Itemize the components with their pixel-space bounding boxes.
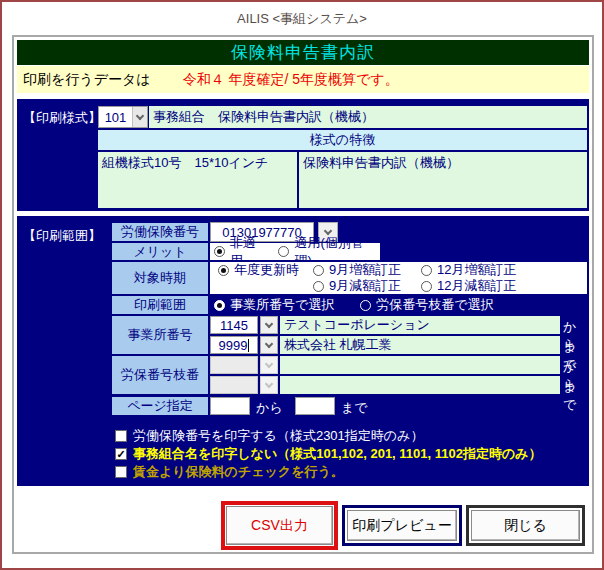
radio-icon[interactable]	[218, 265, 229, 276]
checkbox-hide-association-name[interactable]: ✓ 事務組合名を印字しない（様式101,102, 201, 1101, 1102…	[115, 445, 542, 463]
branch-to-dropdown-button	[260, 376, 278, 394]
radio-icon[interactable]	[313, 281, 324, 292]
print-style-section: 【印刷様式】 101 事務組合 保険料申告書内訳（機械） 様式の特徴 組機様式1…	[17, 99, 589, 211]
branch-from-field	[280, 356, 560, 374]
dialog: 保険料申告書内訳 印刷を行うデータは 令和４ 年度確定/ 5年度概算です。 【印…	[12, 35, 594, 554]
office-to-combobox[interactable]: 9999	[210, 336, 258, 354]
radio-icon[interactable]	[313, 265, 324, 276]
notice-highlight: 令和４ 年度確定/ 5年度概算です。	[183, 71, 399, 89]
page-to-suffix: まで	[341, 399, 368, 417]
print-range-section: 【印刷範囲】 労働保険番号 01301977770 メリット 非適用 適用(個別…	[17, 216, 589, 486]
checkbox-wage-premium-check[interactable]: 賃金より保険料のチェックを行う。	[115, 463, 344, 481]
office-from-name-field: テストコーポレーション	[280, 316, 560, 334]
period-option-nendo[interactable]: 年度更新時	[218, 261, 313, 279]
branch-from-combobox	[210, 356, 258, 374]
page-from-suffix: から	[256, 399, 283, 417]
range-mode-label: 印刷範囲	[112, 296, 208, 314]
radio-icon[interactable]	[214, 300, 225, 311]
target-period-options: 年度更新時 9月増額訂正 12月増額訂正 9月減額訂正 12月減額訂正	[210, 262, 587, 294]
print-range-section-label: 【印刷範囲】	[23, 227, 101, 245]
radio-icon[interactable]	[278, 246, 289, 257]
period-option-sep-red[interactable]: 9月減額訂正	[313, 277, 421, 295]
target-period-label: 対象時期	[112, 262, 208, 294]
print-preview-button[interactable]: 印刷プレビュー	[347, 510, 457, 541]
print-style-section-label: 【印刷様式】	[23, 109, 101, 127]
checkbox-checked-icon[interactable]: ✓	[115, 448, 127, 460]
checkbox-print-labor-no[interactable]: 労働保険番号を印字する（様式2301指定時のみ）	[115, 427, 423, 445]
branch-to-field	[280, 376, 560, 394]
notice-prefix: 印刷を行うデータは	[23, 71, 151, 89]
style-feature-right: 保険料申告書内訳（機械）	[299, 152, 587, 208]
office-to-code: 9999	[219, 338, 248, 353]
close-button-outline: 閉じる	[466, 505, 585, 546]
office-from-combobox[interactable]: 1145	[210, 316, 258, 334]
branch-to-combobox	[210, 376, 258, 394]
office-to-name-field: 株式会社 札幌工業	[280, 336, 560, 354]
radio-icon[interactable]	[421, 265, 432, 276]
csv-highlight-annotation: CSV出力	[221, 501, 338, 550]
radio-icon[interactable]	[214, 246, 225, 257]
style-feature-left: 組機様式10号 15*10インチ	[98, 152, 297, 208]
checkbox-icon[interactable]	[115, 430, 127, 442]
range-mode-options: 事業所番号で選択 労保番号枝番で選択	[214, 296, 494, 314]
office-from-dropdown-button[interactable]	[260, 316, 278, 334]
office-from-code: 1145	[211, 318, 257, 333]
window-title: AILIS <事組システム>	[2, 10, 602, 28]
radio-icon[interactable]	[421, 281, 432, 292]
labor-insurance-no-label: 労働保険番号	[112, 223, 208, 241]
page-from-input[interactable]	[210, 397, 250, 415]
print-preview-button-outline: 印刷プレビュー	[342, 505, 462, 546]
range-mode-option-1[interactable]: 労保番号枝番で選択	[360, 296, 493, 314]
page-title: 保険料申告書内訳	[17, 40, 589, 65]
branch-no-label: 労保番号枝番	[112, 356, 208, 394]
office-to-dropdown-button[interactable]	[260, 336, 278, 354]
chevron-down-icon[interactable]	[132, 107, 147, 127]
merit-label: メリット	[112, 243, 208, 260]
checkbox-icon[interactable]	[115, 466, 127, 478]
notice-bar: 印刷を行うデータは 令和４ 年度確定/ 5年度概算です。	[17, 66, 589, 93]
style-code-value: 101	[99, 110, 132, 125]
text-cursor	[248, 339, 249, 352]
office-no-label: 事業所番号	[112, 316, 208, 354]
branch-from-dropdown-button	[260, 356, 278, 374]
style-features-header: 様式の特徴	[98, 130, 587, 150]
range-mode-option-0[interactable]: 事業所番号で選択	[214, 296, 334, 314]
page-to-input[interactable]	[295, 397, 335, 415]
close-button[interactable]: 閉じる	[471, 510, 580, 541]
page-spec-label: ページ指定	[112, 397, 208, 415]
style-name-field: 事務組合 保険料申告書内訳（機械）	[149, 106, 587, 128]
style-code-combobox[interactable]: 101	[98, 106, 148, 128]
branch-to-suffix: まで	[563, 378, 589, 414]
period-option-dec-red[interactable]: 12月減額訂正	[421, 277, 516, 295]
radio-icon[interactable]	[360, 300, 371, 311]
merit-options: 非適用 適用(個別管理)	[210, 243, 380, 260]
csv-export-button[interactable]: CSV出力	[226, 506, 333, 545]
